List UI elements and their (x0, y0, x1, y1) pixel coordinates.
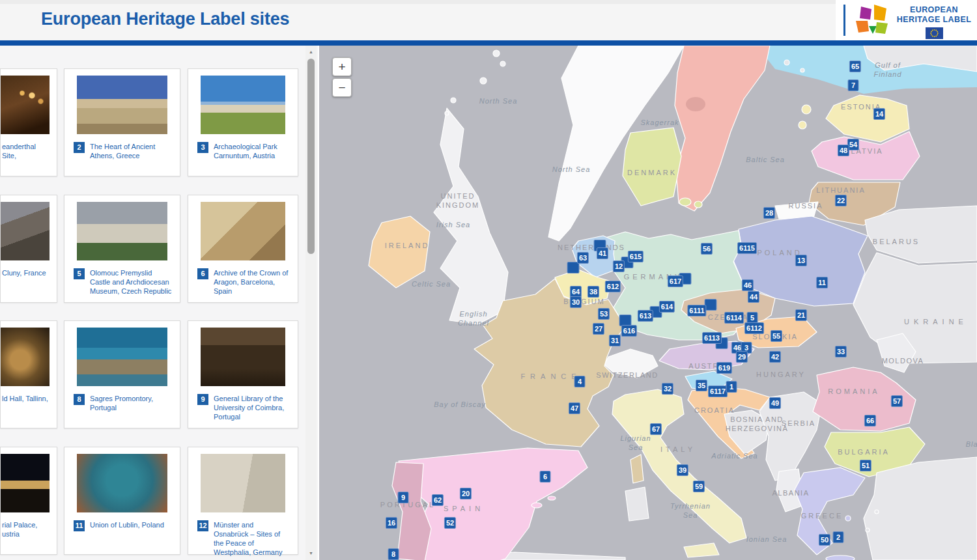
map-marker-52[interactable]: 52 (444, 517, 456, 529)
map-marker-6117[interactable]: 6117 (708, 385, 728, 397)
site-title: General Library of the University of Coi… (214, 394, 290, 421)
sidebar: eanderthal Site, 2 The Heart of Ancient … (0, 46, 318, 560)
header-accent-bar (0, 40, 977, 46)
eu-flag-icon (926, 27, 943, 39)
map-marker-16[interactable]: 16 (386, 517, 397, 529)
map-marker-9[interactable]: 9 (398, 492, 409, 503)
site-card[interactable]: 12 Münster and Osnabrück – Sites of the … (188, 447, 298, 555)
app: European Heritage Label sites EUROPEAN H… (0, 0, 977, 560)
site-title: Archaeological Park Carnuntum, Austria (214, 142, 290, 160)
map-marker-615[interactable]: 615 (628, 251, 644, 262)
map-marker-1[interactable]: 1 (726, 381, 737, 393)
map-marker-613[interactable]: 613 (638, 310, 653, 322)
site-title: Archive of the Crown of Aragon, Barcelon… (214, 268, 290, 296)
map-marker-50[interactable]: 50 (819, 534, 830, 546)
map-marker-20[interactable]: 20 (460, 488, 472, 499)
map-marker-53[interactable]: 53 (598, 308, 610, 320)
map-marker-8[interactable]: 8 (388, 548, 399, 560)
map-marker-55[interactable]: 55 (771, 330, 782, 342)
map-marker-41[interactable]: 41 (597, 247, 608, 259)
site-card[interactable]: 2 The Heart of Ancient Athens, Greece (64, 68, 180, 176)
site-number-badge: 5 (74, 268, 85, 279)
site-title: Sagres Promontory, Portugal (90, 394, 172, 412)
site-card[interactable]: 9 General Library of the University of C… (188, 320, 298, 428)
map-marker-14[interactable]: 14 (873, 108, 885, 120)
map-marker-49[interactable]: 49 (769, 397, 781, 409)
map-marker-38[interactable]: 38 (588, 286, 599, 298)
map-marker-6115[interactable]: 6115 (737, 242, 757, 254)
scroll-down-icon[interactable]: ▼ (305, 548, 317, 559)
zoom-out-button[interactable]: − (332, 78, 352, 97)
map-marker-6[interactable]: 6 (540, 471, 551, 483)
map-marker-31[interactable]: 31 (609, 335, 621, 346)
site-card[interactable]: 8 Sagres Promontory, Portugal (64, 320, 180, 428)
map-marker-21[interactable]: 21 (795, 309, 807, 321)
site-number-badge: 12 (197, 520, 208, 531)
map-marker-66[interactable]: 66 (864, 415, 876, 427)
site-card[interactable]: 11 Union of Lublin, Poland (64, 447, 180, 555)
ehl-star-icon (854, 3, 892, 36)
map-marker-22[interactable]: 22 (835, 195, 847, 206)
map-marker-616[interactable]: 616 (621, 325, 637, 337)
map-canvas[interactable]: UNITED KINGDOMIRELANDNETHERLANDSBELGIUMG… (319, 46, 977, 560)
map-marker-6112[interactable]: 6112 (744, 322, 764, 334)
map-marker-30[interactable]: 30 (570, 296, 582, 308)
map-marker-67[interactable]: 67 (650, 423, 662, 435)
site-title: Olomouc Premyslid Castle and Archdiocesa… (90, 268, 172, 296)
site-photo (1, 76, 50, 134)
site-card[interactable]: rial Palace, ustria (0, 447, 57, 555)
map-marker-48[interactable]: 48 (838, 145, 849, 156)
site-title: Cluny, France (2, 268, 46, 277)
site-card[interactable]: eanderthal Site, (0, 68, 57, 176)
map-marker-12[interactable]: 12 (613, 260, 625, 272)
header: European Heritage Label sites EUROPEAN H… (0, 0, 977, 40)
site-number-badge: 9 (197, 394, 208, 405)
map-marker-46[interactable]: 46 (742, 279, 754, 291)
map-marker-39[interactable]: 39 (677, 464, 688, 476)
site-card[interactable]: 5 Olomouc Premyslid Castle and Archdioce… (64, 195, 180, 303)
logo-divider (843, 5, 845, 36)
site-number-badge: 8 (74, 394, 85, 405)
site-photo (1, 328, 50, 386)
site-card[interactable]: Cluny, France (0, 195, 57, 303)
site-photo (201, 202, 285, 260)
map-marker-617[interactable]: 617 (668, 275, 683, 287)
map-marker-33[interactable]: 33 (835, 346, 847, 357)
map-marker-28[interactable]: 28 (763, 207, 775, 219)
map-marker-6111[interactable]: 6111 (687, 305, 706, 316)
map-marker-57[interactable]: 57 (891, 395, 903, 407)
map-marker-44[interactable]: 44 (748, 291, 759, 303)
site-card[interactable]: 6 Archive of the Crown of Aragon, Barcel… (188, 195, 298, 303)
map-marker-6114[interactable]: 6114 (724, 312, 744, 324)
scroll-up-icon[interactable]: ▲ (305, 47, 317, 57)
site-title: rial Palace, ustria (2, 520, 37, 539)
map-marker-2[interactable]: 2 (833, 531, 844, 543)
map-marker-42[interactable]: 42 (769, 351, 781, 363)
map-marker-35[interactable]: 35 (696, 380, 707, 391)
zoom-controls: + − (332, 57, 352, 99)
map-marker-56[interactable]: 56 (701, 243, 713, 255)
zoom-in-button[interactable]: + (332, 57, 352, 76)
site-card[interactable]: 3 Archaeological Park Carnuntum, Austria (188, 68, 298, 176)
scrollbar-thumb[interactable] (307, 59, 315, 254)
map-marker-32[interactable]: 32 (662, 383, 673, 395)
map-marker-29[interactable]: 29 (736, 351, 748, 363)
map-marker-7[interactable]: 7 (848, 79, 859, 91)
map-marker-11[interactable]: 11 (816, 277, 828, 288)
map-marker-619[interactable]: 619 (716, 362, 732, 374)
map-marker-13[interactable]: 13 (795, 255, 807, 266)
map-marker-614[interactable]: 614 (659, 301, 675, 313)
map-marker-27[interactable]: 27 (593, 323, 604, 335)
map-marker-612[interactable]: 612 (605, 281, 621, 292)
map-marker-62[interactable]: 62 (432, 494, 444, 506)
map-marker-47[interactable]: 47 (569, 402, 580, 414)
map-marker-65[interactable]: 65 (849, 61, 861, 72)
map-marker-6113[interactable]: 6113 (702, 332, 722, 344)
map-marker-4[interactable]: 4 (574, 376, 586, 387)
sidebar-scrollbar[interactable]: ▲ ▼ (305, 46, 317, 560)
map-marker-51[interactable]: 51 (860, 460, 871, 471)
site-title: Union of Lublin, Poland (90, 520, 164, 529)
site-card[interactable]: ld Hall, Tallinn, (0, 320, 57, 428)
map-marker-63[interactable]: 63 (577, 252, 589, 264)
map-marker-59[interactable]: 59 (693, 481, 705, 492)
